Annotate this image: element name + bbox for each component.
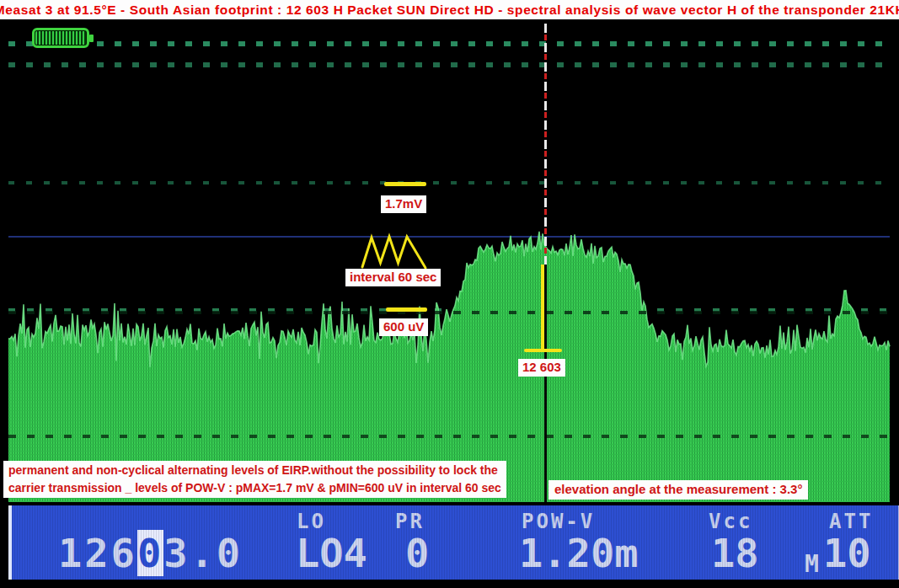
pr-header: PR [395, 511, 425, 532]
pmin-label: 600 uV [379, 318, 428, 336]
lo-value: LO4 [296, 533, 367, 573]
frequency-prefix: 126 [58, 530, 137, 576]
centre-frequency-label: 12 603 [518, 359, 565, 377]
pow-v-value: 1.20m [519, 533, 638, 573]
eirp-note: permanent and non-cyclical alternating l… [3, 461, 506, 498]
title-text: Measat 3 at 91.5°E - South Asian footpri… [0, 3, 899, 18]
att-mode-prefix: M [805, 553, 819, 576]
vcc-value: 18 [711, 533, 759, 573]
frequency-readout: 12603.0 [58, 533, 243, 573]
pmax-label: 1.7mV [381, 195, 426, 213]
interval-label: interval 60 sec [345, 269, 441, 286]
vcc-header: Vcc [709, 511, 752, 532]
lo-header: LO [297, 511, 326, 532]
spectrum-analyzer-screen: 1.7mV interval 60 sec 600 uV 12 603 perm… [0, 0, 899, 588]
status-bar: LO PR POW-V Vcc ATT 12603.0 LO4 0 1.20m … [8, 505, 899, 580]
att-header: ATT [829, 511, 873, 532]
frequency-suffix: 3.0 [163, 530, 243, 576]
title-bar: Measat 3 at 91.5°E - South Asian footpri… [0, 0, 899, 19]
interval-zigzag-icon [0, 0, 899, 588]
elevation-note: elevation angle at the measurement : 3.3… [548, 480, 808, 500]
frequency-cursor-digit: 0 [137, 530, 163, 576]
eirp-note-line2: carrier transmission _ levels of POW-V :… [8, 479, 501, 497]
eirp-note-line1: permanent and non-cyclical alternating l… [8, 462, 501, 479]
att-value: 10 [823, 533, 871, 573]
pr-value: 0 [405, 533, 431, 573]
pow-v-header: POW-V [522, 511, 595, 532]
